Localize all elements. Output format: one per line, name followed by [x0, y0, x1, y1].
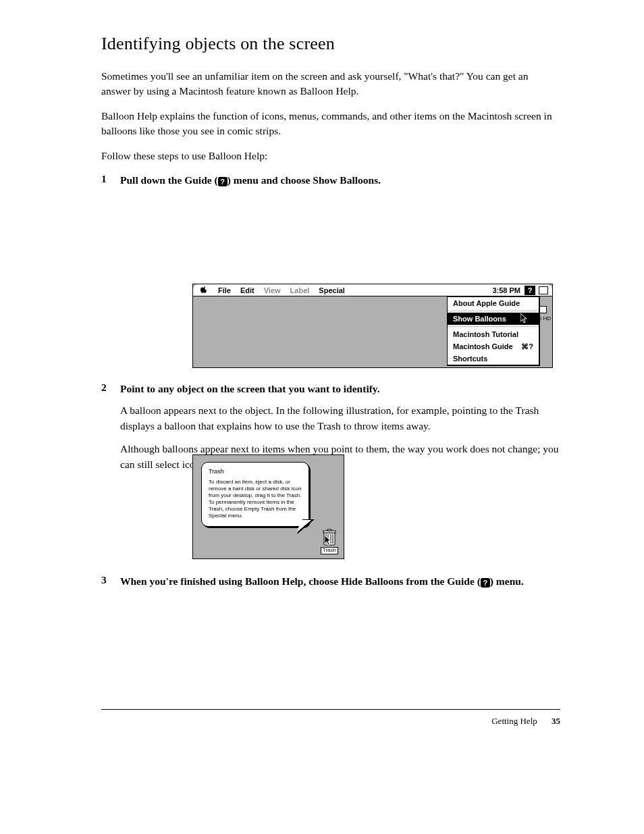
menu-item-show-balloons[interactable]: Show Balloons: [448, 313, 539, 325]
help-balloon: Trash To discard an item, eject a disk, …: [201, 462, 309, 527]
menu-special[interactable]: Special: [314, 286, 350, 294]
guide-menu-dropdown: About Apple Guide Show Balloons Macintos…: [447, 296, 540, 366]
menubar: File Edit View Label Special 3:58 PM ?: [193, 284, 552, 296]
step-1-text-before: Pull down the Guide (: [120, 174, 218, 186]
application-menu-icon[interactable]: [539, 286, 548, 294]
step-1-number: 1: [101, 173, 120, 188]
menu-separator: [448, 326, 539, 327]
step-3-text: When you're finished using Balloon Help,…: [120, 574, 560, 589]
step-1-text-after: ) menu and choose Show Balloons.: [227, 174, 381, 186]
menu-edit[interactable]: Edit: [236, 286, 259, 294]
section-heading: Identifying objects on the screen: [101, 34, 560, 54]
footer: Getting Help 35: [491, 716, 560, 727]
step-2-text: Point to any object on the screen that y…: [120, 382, 560, 396]
menu-separator: [448, 311, 539, 311]
help-icon: ?: [481, 578, 490, 588]
step-3-number: 3: [101, 574, 120, 589]
cursor-arrow-icon: [520, 313, 528, 324]
balloon-title: Trash: [209, 468, 302, 475]
footer-rule: [101, 709, 560, 710]
cursor-arrow-icon: [325, 536, 332, 546]
step-1-text: Pull down the Guide (?) menu and choose …: [120, 173, 560, 188]
intro-paragraph-1: Sometimes you'll see an unfamiliar item …: [101, 69, 560, 99]
guide-menu-icon[interactable]: ?: [525, 286, 535, 295]
screenshot-menubar: File Edit View Label Special 3:58 PM ? s…: [192, 284, 553, 368]
step-1: 1 Pull down the Guide (?) menu and choos…: [101, 173, 560, 188]
balloon-body: To discard an item, eject a disk, or rem…: [209, 479, 302, 519]
menu-item-macintosh-tutorial[interactable]: Macintosh Tutorial: [448, 328, 539, 340]
svg-rect-6: [327, 529, 331, 531]
step-2-number: 2: [101, 382, 120, 396]
menu-item-about-apple-guide[interactable]: About Apple Guide: [448, 297, 539, 309]
step-3-text-after: ) menu.: [490, 575, 524, 587]
step-2: 2 Point to any object on the screen that…: [101, 382, 560, 396]
step-3: 3 When you're finished using Balloon Hel…: [101, 574, 560, 589]
help-icon: ?: [218, 177, 227, 186]
intro-paragraph-3: Follow these steps to use Balloon Help:: [101, 149, 560, 163]
menu-label[interactable]: Label: [286, 286, 315, 294]
step-2-explanation-1: A balloon appears next to the object. In…: [120, 403, 560, 434]
footer-page-number: 35: [552, 716, 560, 726]
menu-item-macintosh-guide-shortcut: ⌘?: [521, 342, 533, 351]
apple-menu-icon[interactable]: [200, 285, 208, 295]
menu-item-macintosh-guide[interactable]: Macintosh Guide ⌘?: [448, 340, 539, 353]
menu-file[interactable]: File: [213, 286, 236, 294]
footer-section-label: Getting Help: [491, 716, 537, 726]
trash-desktop-item[interactable]: Trash: [321, 529, 338, 554]
menubar-clock: 3:58 PM: [492, 286, 522, 294]
menu-item-shortcuts[interactable]: Shortcuts: [448, 353, 539, 365]
menu-item-show-balloons-label: Show Balloons: [453, 315, 506, 323]
menu-view[interactable]: View: [259, 286, 286, 294]
step-3-text-before: When you're finished using Balloon Help,…: [120, 575, 481, 587]
screenshot-balloon-help: Trash To discard an item, eject a disk, …: [192, 454, 344, 559]
trash-icon: [322, 529, 337, 546]
menu-item-macintosh-guide-label: Macintosh Guide: [453, 342, 513, 350]
intro-paragraph-2: Balloon Help explains the function of ic…: [101, 109, 560, 139]
trash-label: Trash: [321, 547, 338, 554]
